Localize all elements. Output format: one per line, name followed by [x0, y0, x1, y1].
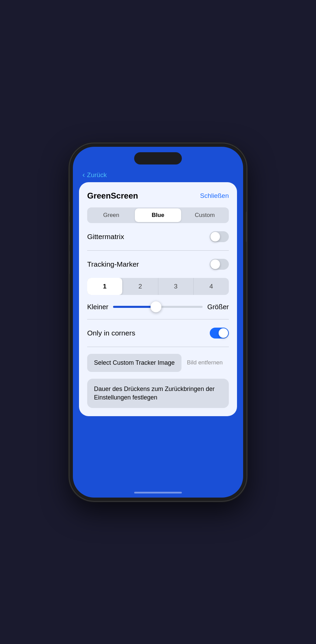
number-option-3[interactable]: 3: [158, 278, 194, 295]
tracking-marker-toggle[interactable]: [210, 259, 229, 270]
select-image-button[interactable]: Select Custom Tracker Image: [87, 354, 181, 372]
segment-green[interactable]: Green: [88, 208, 134, 222]
segment-custom[interactable]: Custom: [182, 208, 228, 222]
only-in-corners-toggle-thumb: [219, 328, 228, 338]
slider-row: Kleiner Größer: [87, 302, 229, 312]
slider-track[interactable]: [113, 306, 202, 308]
status-bar: [73, 147, 243, 167]
modal-header: GreenScreen Schließen: [87, 191, 229, 201]
number-option-2[interactable]: 2: [123, 278, 158, 295]
content-area: GreenScreen Schließen Green Blue Custom …: [73, 182, 243, 423]
gittermatrix-label: Gittermatrix: [87, 233, 124, 241]
phone-frame: ‹ Zurück GreenScreen Schließen Green Blu…: [69, 143, 247, 501]
close-button[interactable]: Schließen: [200, 192, 229, 200]
gittermatrix-row: Gittermatrix: [87, 230, 229, 244]
gittermatrix-toggle[interactable]: [210, 231, 229, 242]
slider-left-label: Kleiner: [87, 303, 108, 311]
back-button[interactable]: ‹ Zurück: [82, 171, 107, 179]
modal-title: GreenScreen: [87, 191, 138, 201]
side-button-left-vol-down: [69, 251, 70, 274]
tracking-marker-toggle-thumb: [210, 260, 220, 269]
divider-3: [87, 347, 229, 347]
number-selector: 1 2 3 4: [87, 278, 229, 295]
remove-image-text[interactable]: Bild entfernen: [187, 359, 223, 366]
slider-thumb[interactable]: [151, 301, 161, 312]
only-in-corners-toggle[interactable]: [210, 328, 229, 339]
notch: [134, 152, 182, 164]
gittermatrix-toggle-thumb: [210, 232, 220, 241]
side-button-left-vol-up: [69, 222, 70, 246]
divider-1: [87, 250, 229, 251]
slider-right-label: Größer: [207, 303, 229, 311]
back-chevron-icon: ‹: [82, 171, 85, 179]
segment-blue[interactable]: Blue: [135, 208, 181, 222]
back-label: Zurück: [87, 171, 107, 179]
number-option-4[interactable]: 4: [194, 278, 229, 295]
phone-screen: ‹ Zurück GreenScreen Schließen Green Blu…: [73, 147, 243, 498]
action-row: Select Custom Tracker Image Bild entfern…: [87, 354, 229, 372]
home-indicator: [134, 492, 182, 493]
number-option-1[interactable]: 1: [87, 278, 123, 295]
modal-card: GreenScreen Schließen Green Blue Custom …: [79, 182, 237, 416]
side-button-right: [246, 211, 247, 242]
slider-fill: [113, 306, 156, 308]
tracking-marker-label: Tracking-Marker: [87, 260, 139, 268]
side-button-left-mute: [69, 201, 70, 217]
duration-button[interactable]: Dauer des Drückens zum Zurückbringen der…: [87, 379, 229, 408]
only-in-corners-label: Only in corners: [87, 329, 135, 337]
segment-control: Green Blue Custom: [87, 207, 229, 223]
only-in-corners-row: Only in corners: [87, 326, 229, 340]
nav-bar: ‹ Zurück: [73, 167, 243, 182]
divider-2: [87, 319, 229, 319]
tracking-marker-row: Tracking-Marker: [87, 257, 229, 271]
